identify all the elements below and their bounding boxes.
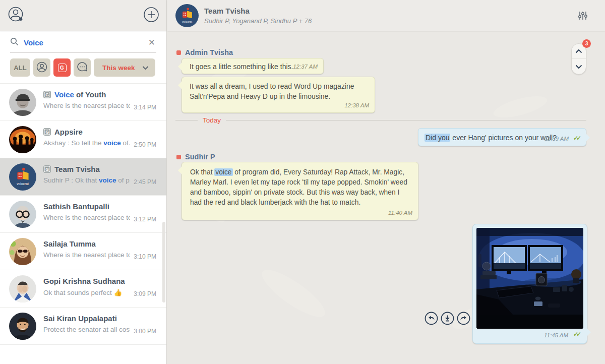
group-filter-icon: G	[58, 64, 67, 72]
message-actions	[425, 312, 470, 325]
conversation-header[interactable]: volocrat Team Tvisha Sudhir P, Yoganand …	[167, 0, 605, 31]
avatar: volocrat	[9, 163, 36, 191]
chat-time: 2:50 PM	[134, 141, 156, 148]
image-message-bubble[interactable]: 11:45 AM ✓✓	[472, 224, 587, 344]
sender-bullet-icon	[176, 155, 181, 159]
filter-all-button[interactable]: ALL	[10, 58, 30, 77]
chat-list-item-team-tvisha[interactable]: volocrat GTeam Tvisha Sudhir P : Ok that…	[0, 158, 166, 196]
chat-list-item-sathish[interactable]: Sathish Bantupalli Where is the nearest …	[0, 196, 166, 233]
group-icon: G	[43, 165, 51, 173]
chat-time: 3:09 PM	[134, 290, 156, 297]
filter-contacts-button[interactable]	[33, 58, 50, 77]
message-bubble-outgoing[interactable]: Did you ever Hang' pictures on your wall…	[418, 128, 586, 146]
chat-list-item-voice-of-youth[interactable]: GVoiceof Youth Where is the nearest plac…	[0, 84, 166, 121]
chat-time: 3:14 PM	[134, 104, 156, 111]
logo-text: volocrat	[182, 20, 193, 23]
filter-chats-button[interactable]	[74, 58, 91, 77]
sidebar: ✕ ALL G This week	[0, 0, 167, 364]
reply-button[interactable]	[425, 312, 438, 325]
chat-bubble-icon	[76, 61, 88, 75]
message-time: 12:38 AM	[344, 100, 369, 110]
message-time: 12:37 AM	[293, 62, 318, 72]
filter-groups-button[interactable]: G	[53, 58, 71, 77]
chat-time: 3:00 PM	[134, 328, 156, 335]
avatar	[9, 238, 36, 265]
chat-list-item-sai-kiran[interactable]: Sai Kiran Uppalapati Protect the senator…	[0, 308, 166, 345]
date-range-label: This week	[102, 64, 135, 72]
read-receipt-icon: ✓✓	[573, 133, 581, 143]
message-time: 11:40 AM	[388, 208, 412, 218]
group-avatar: volocrat	[175, 4, 199, 27]
person-icon	[36, 61, 48, 75]
read-receipt-icon: ✓✓	[573, 331, 581, 338]
chat-list-item-gopi[interactable]: Gopi Krishna Sudhana Ok that sounds perf…	[0, 270, 166, 308]
forward-button[interactable]	[457, 312, 470, 325]
date-divider-label: Today	[203, 116, 221, 124]
search-icon	[10, 37, 19, 48]
chevron-down-icon	[142, 64, 149, 72]
search-match-highlight: voice	[214, 168, 232, 176]
avatar	[9, 313, 36, 340]
scroll-control	[571, 43, 586, 75]
search-input[interactable]	[24, 38, 147, 47]
user-gear-icon	[6, 5, 26, 26]
message-bubble[interactable]: It was all a dream, I used to read Word …	[182, 77, 375, 113]
filter-row: ALL G This week	[0, 52, 166, 83]
date-divider: Today	[175, 116, 586, 124]
conversation-members: Sudhir P, Yoganand P, Sindhu P + 76	[204, 17, 312, 25]
group-icon: G	[43, 91, 51, 98]
message-time: 11:39 AM	[544, 134, 569, 144]
clear-search-icon[interactable]: ✕	[147, 37, 156, 48]
attached-photo[interactable]	[476, 228, 583, 329]
avatar	[9, 89, 36, 116]
chat-list-item-appsire[interactable]: GAppsire Akshay : So tell the voice of..…	[0, 121, 166, 158]
search-bar: ✕	[10, 37, 156, 52]
message-area: Admin Tvisha It goes a little something …	[167, 31, 605, 364]
sidebar-topbar	[0, 0, 166, 31]
plus-icon	[143, 7, 159, 24]
profile-settings-button[interactable]	[6, 5, 26, 26]
download-button[interactable]	[441, 312, 454, 325]
chat-time: 2:45 PM	[134, 178, 156, 186]
conversation-title: Team Tvisha	[204, 7, 312, 15]
message-bubble[interactable]: Ok that voice of program did, Every Satu…	[182, 162, 418, 220]
conversation-pane: volocrat Team Tvisha Sudhir P, Yoganand …	[167, 0, 605, 364]
group-icon: G	[43, 128, 51, 136]
avatar	[9, 126, 36, 153]
sidebar-scrollbar[interactable]	[162, 222, 165, 302]
chat-time: 3:10 PM	[134, 253, 156, 260]
chat-list: GVoiceof Youth Where is the nearest plac…	[0, 83, 166, 345]
logo-text: volocrat	[17, 182, 29, 186]
sender-name: Admin Tvisha	[176, 48, 233, 56]
sender-bullet-icon	[176, 50, 181, 55]
unread-count-badge: 3	[582, 39, 591, 48]
search-match-highlight: Did you	[425, 134, 450, 142]
scroll-down-button[interactable]	[572, 59, 586, 74]
message-bubble[interactable]: It goes a little something like this. 12…	[182, 58, 324, 74]
filter-sliders-icon[interactable]	[578, 11, 588, 23]
message-time: 11:45 AM	[544, 332, 568, 338]
new-chat-button[interactable]	[143, 7, 159, 24]
date-range-dropdown[interactable]: This week	[94, 58, 155, 77]
chat-time: 3:12 PM	[134, 216, 156, 223]
chat-list-item-sailaja[interactable]: Sailaja Tumma Where is the nearest place…	[0, 233, 166, 270]
avatar	[9, 275, 36, 302]
sender-name: Sudhir P	[176, 153, 215, 161]
avatar	[9, 201, 36, 228]
